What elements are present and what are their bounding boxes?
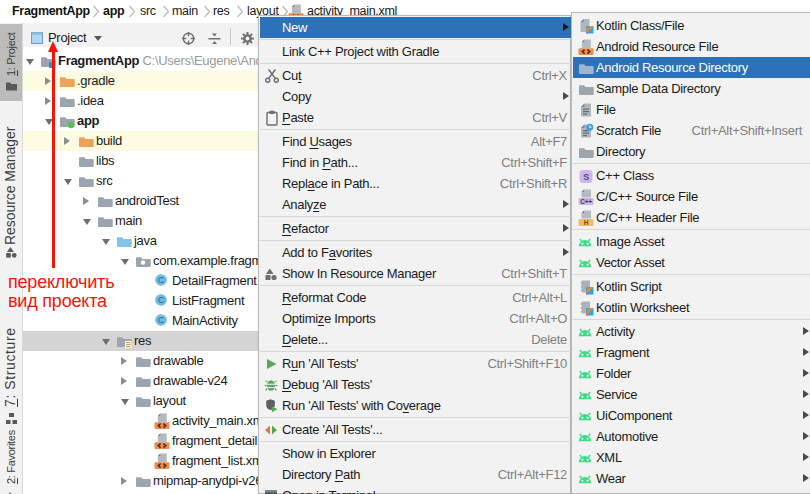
svg-text:S: S <box>583 172 589 182</box>
svg-text:C++: C++ <box>580 198 592 205</box>
svg-text:C: C <box>158 295 164 305</box>
svg-text:H: H <box>584 219 589 226</box>
svg-text:C: C <box>158 275 164 285</box>
svg-text:C: C <box>158 315 164 325</box>
